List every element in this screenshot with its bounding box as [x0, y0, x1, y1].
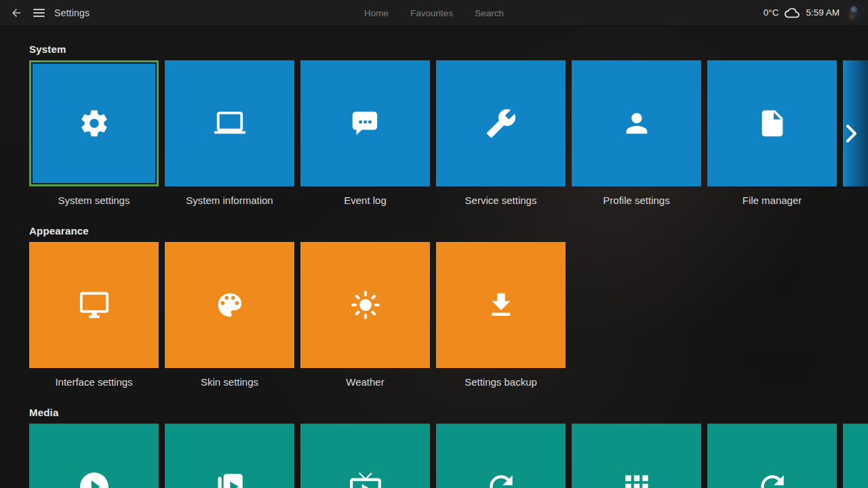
- tile-label: Event log: [300, 195, 430, 206]
- section-title-media: Media: [29, 407, 868, 418]
- tile-file-manager[interactable]: [707, 60, 837, 186]
- section-title-appearance: Appearance: [29, 225, 868, 237]
- tile-settings-backup[interactable]: [436, 242, 566, 368]
- tile-label: System information: [165, 195, 294, 206]
- tile-partial-next[interactable]: [843, 424, 868, 488]
- tile-label: File manager: [707, 195, 837, 206]
- nav-favourites[interactable]: Favourites: [410, 8, 453, 18]
- refresh-icon: [484, 470, 518, 488]
- tile-system-settings[interactable]: [29, 60, 159, 186]
- tile-label: Profile settings: [572, 195, 701, 206]
- tile-skin-settings[interactable]: [165, 242, 294, 368]
- tile-label: Weather: [300, 376, 430, 388]
- tile-profile-settings[interactable]: [572, 60, 701, 186]
- media-row: [0, 424, 868, 488]
- clock-label: 5:59 AM: [806, 7, 840, 18]
- play-circle-icon: [77, 470, 111, 488]
- tile-system-information[interactable]: [165, 60, 294, 186]
- wrench-icon: [486, 108, 517, 139]
- nav-home[interactable]: Home: [364, 8, 389, 18]
- tile-media-live-tv[interactable]: [300, 424, 430, 488]
- tile-media-playlists[interactable]: [165, 424, 294, 488]
- refresh-icon: [755, 470, 789, 488]
- temperature-label: 0°C: [764, 7, 779, 18]
- palette-icon: [214, 289, 245, 321]
- system-row: System settings System information Event…: [0, 60, 868, 206]
- chevron-right-icon[interactable]: [843, 123, 859, 144]
- settings-content: System System settings System informatio…: [0, 26, 868, 488]
- section-title-system: System: [29, 43, 868, 55]
- person-icon: [621, 108, 652, 139]
- page-title: Settings: [54, 7, 90, 18]
- nav-search[interactable]: Search: [475, 8, 504, 18]
- tile-weather[interactable]: [300, 242, 430, 368]
- tile-media-update-library[interactable]: [436, 424, 566, 488]
- gear-icon: [79, 108, 110, 139]
- tile-label: System settings: [29, 195, 159, 206]
- tile-media-player[interactable]: [29, 424, 159, 488]
- tile-event-log[interactable]: [300, 60, 430, 186]
- top-bar: Settings Home Favourites Search 0°C 5:59…: [0, 0, 868, 26]
- appearance-row: Interface settings Skin settings: [0, 242, 868, 388]
- chat-bubble-icon: [350, 108, 381, 139]
- tile-label: Settings backup: [436, 376, 566, 388]
- top-nav: Home Favourites Search: [364, 0, 504, 26]
- tile-service-settings[interactable]: [436, 60, 566, 186]
- cloud-icon: [785, 5, 800, 20]
- tile-label: Service settings: [436, 195, 566, 206]
- menu-hamburger-icon[interactable]: [32, 6, 45, 20]
- tile-interface-settings[interactable]: [29, 242, 159, 368]
- tile-label: Skin settings: [165, 376, 294, 388]
- live-tv-icon: [349, 470, 382, 488]
- file-icon: [757, 108, 788, 139]
- sun-icon: [350, 289, 381, 321]
- user-avatar[interactable]: [846, 3, 865, 22]
- back-arrow-icon[interactable]: [9, 6, 23, 20]
- download-icon: [486, 289, 517, 321]
- tile-label: Interface settings: [29, 376, 159, 388]
- apps-grid-icon: [620, 470, 654, 488]
- tile-media-sources[interactable]: [572, 424, 701, 488]
- tile-media-refresh[interactable]: [707, 424, 837, 488]
- laptop-icon: [214, 108, 245, 139]
- monitor-icon: [79, 289, 110, 321]
- playlist-play-icon: [213, 470, 247, 488]
